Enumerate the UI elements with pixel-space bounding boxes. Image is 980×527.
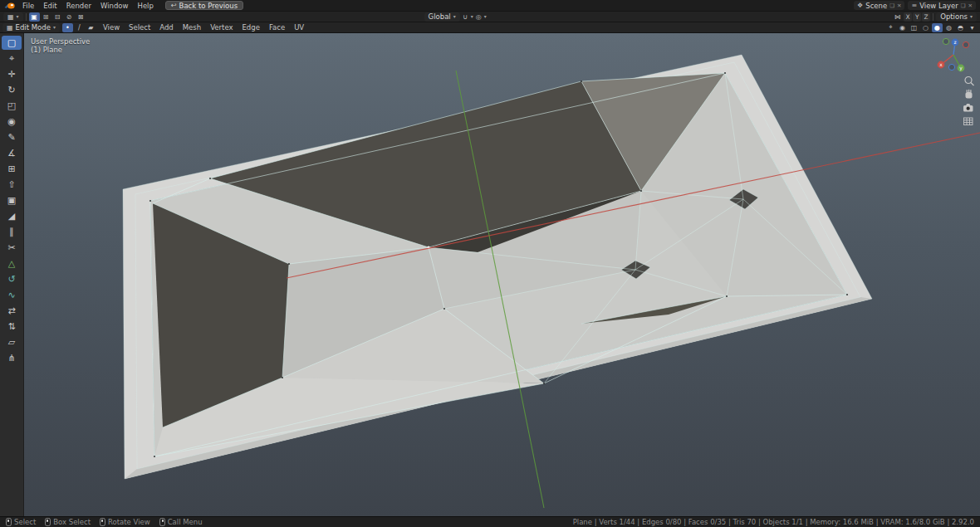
- shading-solid[interactable]: ●: [932, 23, 943, 32]
- smooth[interactable]: ∿: [2, 288, 22, 302]
- hint-box-select: Box Select: [45, 518, 91, 526]
- back-to-previous-button[interactable]: ↩ Back to Previous: [165, 1, 243, 10]
- menu-mesh[interactable]: Mesh: [179, 22, 205, 32]
- svg-text:y: y: [959, 65, 963, 71]
- shading-material[interactable]: ◍: [943, 23, 954, 32]
- viewport-right-controls: ⌖◉◫○●◍◓▾: [885, 23, 978, 32]
- proportional-editing-icon[interactable]: ◎: [473, 12, 484, 22]
- unlink-scene-icon[interactable]: ✕: [897, 2, 901, 9]
- back-label: Back to Previous: [179, 2, 238, 10]
- toggle-projection-button[interactable]: [964, 118, 973, 125]
- cursor[interactable]: ⌖: [2, 51, 22, 66]
- menu-help[interactable]: Help: [133, 1, 157, 11]
- shrink-fatten[interactable]: ⇅: [2, 320, 22, 334]
- zoom-button[interactable]: [965, 77, 974, 86]
- viewport-editor-icon: ▦: [7, 13, 14, 21]
- scene-render[interactable]: x y z: [0, 33, 980, 516]
- scene-selector[interactable]: ❖ Scene ❏ ✕: [854, 1, 904, 10]
- mode-selector[interactable]: ▦ Edit Mode ▾: [2, 23, 60, 32]
- edge-select[interactable]: /: [74, 23, 85, 32]
- svg-text:z: z: [953, 39, 956, 45]
- new-view-layer-icon[interactable]: ❏: [961, 2, 966, 9]
- edit-mode-icon: ▦: [7, 24, 13, 32]
- proportional-options-caret[interactable]: ▾: [484, 14, 487, 19]
- menu-vertex[interactable]: Vertex: [206, 22, 237, 32]
- new-scene-icon[interactable]: ❏: [889, 2, 894, 9]
- view-layer-label: View Layer: [919, 2, 958, 10]
- menu-select[interactable]: Select: [125, 22, 154, 32]
- chevron-down-icon: ▾: [970, 14, 973, 19]
- select-mode-options: ▣⊞⊟⊘⊠: [29, 12, 86, 22]
- xray-toggle[interactable]: ◫: [909, 23, 919, 32]
- mouse-right-icon: [159, 518, 165, 526]
- mode-label: Edit Mode: [16, 23, 51, 32]
- edge-slide[interactable]: ⇄: [2, 304, 22, 318]
- menu-render[interactable]: Render: [62, 1, 96, 11]
- menu-add[interactable]: Add: [155, 22, 177, 32]
- select-mode-subtract[interactable]: ⊟: [52, 12, 63, 22]
- shading-dropdown[interactable]: ▾: [967, 23, 978, 32]
- scale[interactable]: ◰: [2, 99, 22, 113]
- menu-face[interactable]: Face: [265, 22, 289, 32]
- hint-select: Select: [6, 518, 36, 526]
- face-select[interactable]: ▰: [86, 23, 96, 32]
- rip-region[interactable]: ⋔: [2, 351, 22, 365]
- loop-cut[interactable]: ∥: [2, 225, 22, 239]
- remove-view-layer-icon[interactable]: ✕: [968, 2, 973, 9]
- grid-icon: [964, 118, 973, 125]
- gizmo-x-neg[interactable]: [963, 41, 968, 47]
- inset-faces[interactable]: ▣: [2, 193, 22, 207]
- select-mode-set[interactable]: ▣: [29, 12, 40, 22]
- menu-view[interactable]: View: [99, 22, 124, 32]
- navigation-gizmo[interactable]: x y z: [938, 38, 969, 71]
- options-dropdown[interactable]: Options ▾: [936, 12, 977, 22]
- poly-build[interactable]: △: [2, 256, 22, 271]
- annotate[interactable]: ✎: [2, 130, 22, 144]
- mesh-plane[interactable]: [123, 55, 872, 479]
- pan-button[interactable]: [966, 90, 973, 99]
- transform[interactable]: ◉: [2, 115, 22, 129]
- shading-rendered[interactable]: ◓: [955, 23, 966, 32]
- select-mode-invert[interactable]: ⊘: [64, 12, 75, 22]
- move[interactable]: ✛: [2, 67, 22, 81]
- select-mode-extend[interactable]: ⊞: [41, 12, 51, 22]
- overlays-toggle[interactable]: ◉: [897, 23, 908, 32]
- menu-edge[interactable]: Edge: [238, 22, 264, 32]
- gizmo-z-neg[interactable]: [948, 64, 954, 70]
- select-box[interactable]: ▢: [2, 36, 22, 50]
- snap-magnet-icon[interactable]: ∪: [460, 12, 471, 22]
- bevel[interactable]: ◢: [2, 209, 22, 223]
- scene-label: Scene: [865, 2, 887, 10]
- topbar: FileEditRenderWindowHelp ↩ Back to Previ…: [0, 0, 980, 11]
- mirror-y-toggle[interactable]: Y: [913, 12, 921, 22]
- menu-edit[interactable]: Edit: [39, 1, 61, 11]
- shear[interactable]: ▱: [2, 335, 22, 349]
- mirror-x-toggle[interactable]: X: [904, 12, 912, 22]
- view-layer-selector[interactable]: ≡ View Layer ❏ ✕: [908, 1, 976, 10]
- mesh-select-mode-buttons: •/▰: [62, 23, 96, 32]
- shading-wireframe[interactable]: ○: [920, 23, 931, 32]
- vertex-select[interactable]: •: [62, 23, 73, 32]
- gizmo-toggle[interactable]: ⌖: [885, 23, 896, 32]
- menu-window[interactable]: Window: [96, 1, 133, 11]
- editor-type-selector[interactable]: ▦ ▾: [3, 12, 23, 22]
- menu-uv[interactable]: UV: [290, 22, 308, 32]
- camera-view-button[interactable]: [963, 104, 973, 112]
- mirror-z-toggle[interactable]: Z: [922, 12, 930, 22]
- transform-orientation-selector[interactable]: Global ▾: [424, 12, 460, 22]
- extrude-region[interactable]: ⇧: [2, 178, 22, 192]
- rotate[interactable]: ↻: [2, 83, 22, 97]
- camera-icon: [966, 104, 970, 105]
- blender-logo-icon[interactable]: [4, 2, 16, 10]
- menu-file[interactable]: File: [18, 1, 38, 11]
- hint-call-menu: Call Menu: [159, 518, 203, 526]
- select-mode-intersect[interactable]: ⊠: [76, 12, 86, 22]
- gizmo-y-neg[interactable]: [943, 38, 948, 44]
- add-cube[interactable]: ⊞: [2, 162, 22, 176]
- options-label: Options: [940, 12, 968, 21]
- viewport-canvas[interactable]: x y z: [0, 33, 980, 516]
- spin[interactable]: ↺: [2, 272, 22, 286]
- mouse-left-drag-icon: [45, 518, 51, 526]
- measure[interactable]: ∡: [2, 146, 22, 160]
- knife[interactable]: ✂: [2, 241, 22, 255]
